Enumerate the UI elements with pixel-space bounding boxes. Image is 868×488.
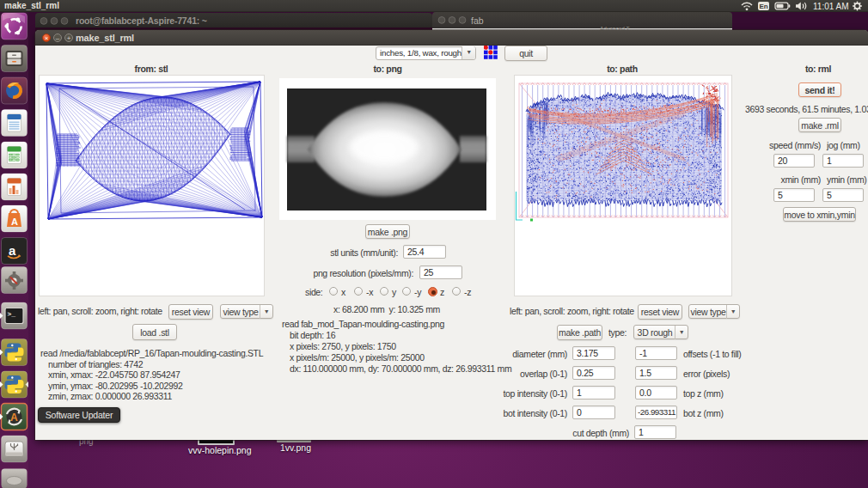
svg-text:A: A xyxy=(10,412,18,424)
svg-text:A: A xyxy=(11,217,18,227)
svg-text:a: a xyxy=(9,243,16,258)
svg-text:11:01 AM: 11:01 AM xyxy=(813,2,849,11)
svg-text:>_: >_ xyxy=(8,310,16,318)
svg-text:En: En xyxy=(760,3,768,10)
